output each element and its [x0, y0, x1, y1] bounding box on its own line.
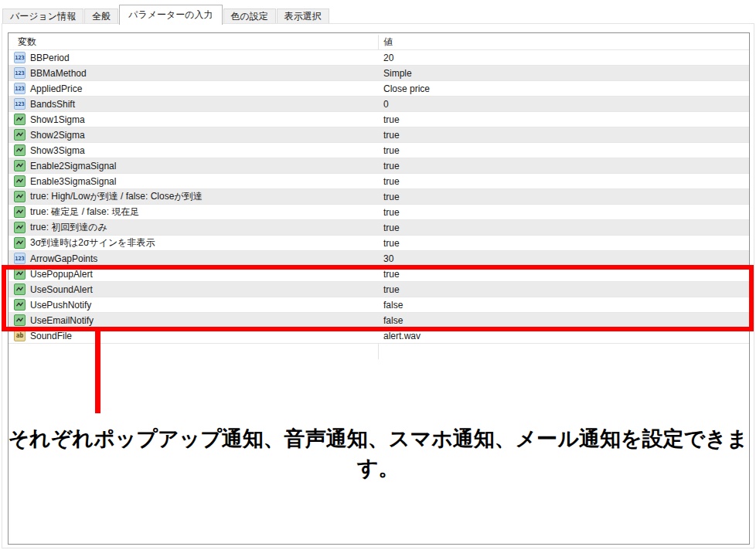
table-row[interactable]: Enable2SigmaSignaltrue	[9, 158, 749, 174]
table-row[interactable]: 123BBMaMethodSimple	[9, 66, 749, 81]
param-name-cell: Show3Sigma	[9, 144, 378, 156]
param-name-cell: Show1Sigma	[9, 114, 378, 125]
bool-param-icon	[14, 206, 26, 218]
param-value-cell[interactable]: false	[378, 315, 749, 326]
param-name-label: true: High/Lowが到達 / false: Closeが到達	[30, 190, 203, 203]
table-row[interactable]: UseEmailNotifyfalse	[9, 313, 749, 328]
bool-param-icon	[14, 144, 26, 156]
table-row[interactable]: Enable3SigmaSignaltrue	[9, 174, 749, 189]
param-value-cell[interactable]: alert.wav	[378, 331, 749, 341]
bool-param-icon	[14, 129, 26, 141]
string-param-icon: ab	[14, 330, 26, 341]
numeric-param-icon: 123	[14, 52, 26, 63]
param-value-cell[interactable]: false	[378, 300, 749, 311]
param-value-cell[interactable]: 30	[378, 253, 749, 264]
param-name-label: SoundFile	[30, 331, 72, 341]
param-name-cell: 123BBPeriod	[9, 52, 378, 63]
param-name-cell: abSoundFile	[9, 330, 378, 341]
table-row[interactable]: Show2Sigmatrue	[9, 127, 749, 143]
bool-param-icon	[14, 283, 26, 295]
param-name-label: true: 確定足 / false: 現在足	[30, 205, 139, 219]
table-row[interactable]: true: High/Lowが到達 / false: Closeが到達true	[9, 189, 749, 205]
column-header-value: 値	[383, 36, 393, 49]
param-name-cell: Enable2SigmaSignal	[9, 160, 378, 171]
param-value-cell[interactable]: true	[378, 222, 749, 233]
annotation-text-line: それぞれポップアップ通知、音声通知、スマホ通知、メール通知を設定できま	[0, 424, 756, 453]
param-name-label: UseSoundAlert	[30, 284, 93, 295]
param-name-label: AppliedPrice	[30, 83, 82, 94]
parameter-list-header: 変数 値	[9, 33, 749, 50]
table-row[interactable]: true: 確定足 / false: 現在足true	[9, 205, 749, 220]
param-name-cell: 123AppliedPrice	[9, 83, 378, 94]
table-row[interactable]: 123ArrowGapPoints30	[9, 251, 749, 267]
tab-item[interactable]: 色の設定	[223, 8, 276, 24]
tab-item[interactable]: 表示選択	[277, 8, 329, 24]
param-name-label: true: 初回到達のみ	[30, 221, 107, 234]
param-name-label: Enable3SigmaSignal	[30, 176, 116, 187]
table-row[interactable]: UsePopupAlerttrue	[9, 267, 749, 282]
bool-param-icon	[14, 175, 26, 187]
param-value-cell[interactable]: true	[378, 114, 749, 125]
parameter-rows: 123BBPeriod20123BBMaMethodSimple123Appli…	[9, 50, 749, 344]
param-name-cell: UsePushNotify	[9, 299, 378, 311]
param-name-cell: 123BandsShift	[9, 98, 378, 110]
tab-active[interactable]: パラメーターの入力	[119, 5, 222, 25]
param-value-cell[interactable]: true	[378, 192, 749, 202]
table-row[interactable]: abSoundFilealert.wav	[9, 328, 749, 344]
table-row[interactable]: Show3Sigmatrue	[9, 143, 749, 158]
param-value-cell[interactable]: true	[378, 161, 749, 171]
param-value-cell[interactable]: Simple	[378, 68, 749, 79]
bool-param-icon	[14, 222, 26, 233]
table-row[interactable]: 3σ到達時は2σサインを非表示true	[9, 236, 749, 251]
column-header-variable: 変数	[18, 36, 36, 49]
bool-param-icon	[14, 160, 26, 171]
table-row[interactable]: true: 初回到達のみtrue	[9, 220, 749, 236]
param-name-label: BBMaMethod	[30, 68, 87, 79]
numeric-param-icon: 123	[14, 98, 26, 110]
param-name-cell: true: High/Lowが到達 / false: Closeが到達	[9, 190, 378, 203]
param-name-label: UsePopupAlert	[30, 269, 93, 280]
param-value-cell[interactable]: true	[378, 130, 749, 141]
table-row[interactable]: UsePushNotifyfalse	[9, 297, 749, 313]
param-name-cell: 3σ到達時は2σサインを非表示	[9, 236, 378, 250]
table-row[interactable]: 123AppliedPriceClose price	[9, 81, 749, 97]
tab-item[interactable]: バージョン情報	[2, 8, 83, 24]
bool-param-icon	[14, 314, 26, 326]
tab-item[interactable]: 全般	[84, 8, 118, 24]
param-value-cell[interactable]: 0	[378, 99, 749, 110]
param-value-cell[interactable]: true	[378, 238, 749, 249]
param-value-cell[interactable]: true	[378, 207, 749, 218]
param-name-cell: 123ArrowGapPoints	[9, 253, 378, 264]
param-name-cell: UseSoundAlert	[9, 283, 378, 295]
table-row[interactable]: 123BBPeriod20	[9, 50, 749, 66]
param-name-label: Show2Sigma	[30, 130, 85, 141]
param-name-cell: true: 確定足 / false: 現在足	[9, 205, 378, 219]
annotation-text-line: す。	[0, 453, 756, 483]
param-value-cell[interactable]: true	[378, 269, 749, 280]
param-name-label: 3σ到達時は2σサインを非表示	[30, 236, 155, 250]
param-value-cell[interactable]: true	[378, 176, 749, 187]
param-name-label: UsePushNotify	[30, 300, 91, 311]
numeric-param-icon: 123	[14, 67, 26, 79]
bool-param-icon	[14, 268, 26, 280]
param-value-cell[interactable]: true	[378, 284, 749, 295]
param-value-cell[interactable]: true	[378, 145, 749, 156]
param-value-cell[interactable]: 20	[378, 53, 749, 63]
bool-param-icon	[14, 114, 26, 125]
table-row[interactable]: Show1Sigmatrue	[9, 112, 749, 127]
param-name-label: BBPeriod	[30, 53, 70, 63]
numeric-param-icon: 123	[14, 83, 26, 94]
param-value-cell[interactable]: Close price	[378, 83, 749, 94]
param-name-label: Show1Sigma	[30, 114, 85, 125]
param-name-cell: true: 初回到達のみ	[9, 221, 378, 234]
bool-param-icon	[14, 237, 26, 249]
param-name-cell: UseEmailNotify	[9, 314, 378, 326]
annotation-text: それぞれポップアップ通知、音声通知、スマホ通知、メール通知を設定できます。	[0, 424, 756, 483]
param-name-label: ArrowGapPoints	[30, 253, 97, 264]
table-row[interactable]: UseSoundAlerttrue	[9, 282, 749, 297]
bool-param-icon	[14, 299, 26, 311]
param-name-cell: UsePopupAlert	[9, 268, 378, 280]
param-name-cell: Show2Sigma	[9, 129, 378, 141]
param-name-cell: 123BBMaMethod	[9, 67, 378, 79]
table-row[interactable]: 123BandsShift0	[9, 97, 749, 112]
